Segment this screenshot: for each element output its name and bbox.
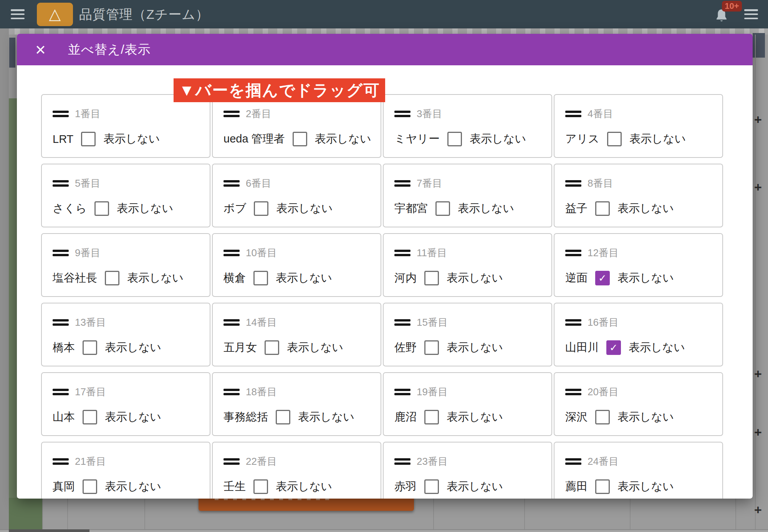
app-logo[interactable]: △ xyxy=(37,3,73,26)
hide-checkbox[interactable] xyxy=(293,132,307,146)
card-name-row: 壬生 表示しない xyxy=(213,479,381,494)
hide-checkbox[interactable] xyxy=(435,201,450,216)
card-name-row: 塩谷社長 表示しない xyxy=(42,270,210,286)
order-label: 16番目 xyxy=(588,316,619,329)
hide-checkbox[interactable] xyxy=(595,410,610,424)
drag-handle[interactable] xyxy=(565,111,581,117)
hide-label: 表示しない xyxy=(276,201,333,216)
hide-checkbox[interactable] xyxy=(424,340,439,355)
hide-checkbox[interactable] xyxy=(595,271,610,285)
card-name-row: 鹿沼 表示しない xyxy=(384,409,551,425)
member-card: 7番目 宇都宮 表示しない xyxy=(383,164,552,227)
drag-handle[interactable] xyxy=(565,389,581,395)
hide-checkbox[interactable] xyxy=(447,132,462,146)
order-label: 12番目 xyxy=(588,246,619,260)
drag-handle[interactable] xyxy=(53,180,69,187)
hide-checkbox[interactable] xyxy=(83,410,97,424)
order-label: 11番目 xyxy=(417,246,447,260)
drag-handle[interactable] xyxy=(53,250,69,256)
overflow-menu-button[interactable] xyxy=(744,9,758,19)
hide-checkbox[interactable] xyxy=(595,201,610,216)
drag-hint-banner: ▼バーを掴んでドラッグ可 xyxy=(174,78,385,102)
member-card: 13番目 橋本 表示しない xyxy=(41,303,210,366)
hide-checkbox[interactable] xyxy=(265,340,279,355)
hide-checkbox[interactable] xyxy=(607,132,622,146)
card-name-row: 橋本 表示しない xyxy=(42,340,210,355)
card-top-row: 20番目 xyxy=(554,373,722,399)
hide-checkbox[interactable] xyxy=(424,479,439,494)
card-top-row: 17番目 xyxy=(42,373,210,399)
card-name-row: 深沢 表示しない xyxy=(554,409,722,425)
drag-handle[interactable] xyxy=(53,111,69,117)
background-grid-line xyxy=(735,499,736,530)
card-name-row: 横倉 表示しない xyxy=(213,270,381,286)
drag-handle[interactable] xyxy=(53,389,69,395)
member-card: 22番目 壬生 表示しない xyxy=(212,442,381,499)
drag-handle[interactable] xyxy=(394,389,410,395)
member-name: 壬生 xyxy=(223,479,246,494)
drag-handle[interactable] xyxy=(223,458,240,465)
member-name: 事務総括 xyxy=(223,409,268,425)
member-name: 佐野 xyxy=(394,340,417,355)
drag-handle[interactable] xyxy=(565,458,581,465)
card-top-row: 4番目 xyxy=(554,95,722,121)
order-label: 5番目 xyxy=(75,177,100,190)
hide-checkbox[interactable] xyxy=(595,479,610,494)
hide-checkbox[interactable] xyxy=(606,340,621,355)
hide-checkbox[interactable] xyxy=(105,271,119,285)
background-add-icon: + xyxy=(750,114,766,125)
background-left-margin xyxy=(0,28,9,532)
drag-handle[interactable] xyxy=(565,180,581,187)
order-label: 20番目 xyxy=(588,385,619,399)
member-name: 河内 xyxy=(394,270,417,286)
hide-checkbox[interactable] xyxy=(83,340,97,355)
card-top-row: 13番目 xyxy=(42,303,210,329)
drag-handle[interactable] xyxy=(223,319,240,326)
drag-handle[interactable] xyxy=(394,319,410,326)
member-card: 19番目 鹿沼 表示しない xyxy=(383,372,552,436)
hide-checkbox[interactable] xyxy=(276,410,290,424)
order-label: 4番目 xyxy=(588,107,613,121)
drag-handle[interactable] xyxy=(394,458,410,465)
card-top-row: 23番目 xyxy=(384,443,551,468)
background-add-icon: + xyxy=(750,426,766,438)
menu-button[interactable] xyxy=(11,9,25,19)
drag-handle[interactable] xyxy=(565,319,581,326)
hide-label: 表示しない xyxy=(105,409,161,425)
hide-label: 表示しない xyxy=(447,479,503,494)
hide-checkbox[interactable] xyxy=(253,271,268,285)
drag-handle[interactable] xyxy=(53,319,69,326)
drag-handle[interactable] xyxy=(223,250,240,256)
hide-checkbox[interactable] xyxy=(83,479,97,494)
member-name: 逆面 xyxy=(565,270,588,286)
drag-handle[interactable] xyxy=(565,250,581,256)
background-green-column xyxy=(9,98,17,499)
hide-checkbox[interactable] xyxy=(254,201,268,216)
order-label: 21番目 xyxy=(75,455,106,468)
order-label: 7番目 xyxy=(417,177,442,190)
drag-handle[interactable] xyxy=(223,180,240,187)
drag-handle[interactable] xyxy=(394,111,410,117)
drag-handle[interactable] xyxy=(394,250,410,256)
hide-checkbox[interactable] xyxy=(424,410,439,424)
drag-handle[interactable] xyxy=(223,111,240,117)
background-grid-line xyxy=(433,499,434,530)
hide-checkbox[interactable] xyxy=(94,201,109,216)
hide-checkbox[interactable] xyxy=(424,271,439,285)
background-navy-block-left xyxy=(9,38,15,68)
close-icon[interactable]: × xyxy=(35,41,46,58)
card-top-row: 7番目 xyxy=(384,164,551,190)
drag-handle[interactable] xyxy=(394,180,410,187)
hide-checkbox[interactable] xyxy=(253,479,268,494)
order-label: 14番目 xyxy=(246,316,277,329)
card-top-row: 11番目 xyxy=(384,234,551,260)
member-card: 20番目 深沢 表示しない xyxy=(554,372,723,436)
hide-label: 表示しない xyxy=(276,270,332,286)
hide-label: 表示しない xyxy=(105,340,161,355)
hide-checkbox[interactable] xyxy=(81,132,96,146)
drag-handle[interactable] xyxy=(223,389,240,395)
member-name: 赤羽 xyxy=(394,479,417,494)
drag-handle[interactable] xyxy=(53,458,69,465)
member-name: ミヤリー xyxy=(394,131,440,147)
hide-label: 表示しない xyxy=(447,409,503,425)
